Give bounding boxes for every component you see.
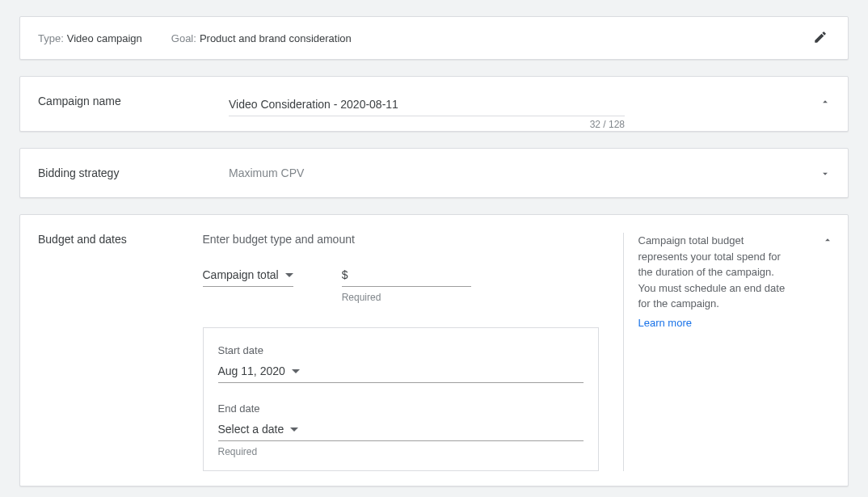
section-title: Bidding strategy — [20, 149, 229, 197]
budget-type-select[interactable]: Campaign total — [203, 268, 293, 287]
end-date-value: Select a date — [218, 423, 284, 436]
campaign-header-card: Type: Video campaign Goal: Product and b… — [19, 16, 849, 60]
start-date-label: Start date — [218, 344, 584, 356]
goal-label: Goal: — [171, 32, 196, 44]
bidding-value: Maximum CPV — [229, 166, 304, 179]
budget-help-panel: Campaign total budget represents your to… — [623, 233, 801, 471]
section-title: Budget and dates — [20, 215, 203, 263]
end-date-select[interactable]: Select a date — [218, 423, 584, 441]
end-date-label: End date — [218, 402, 584, 415]
end-date-required-text: Required — [218, 446, 584, 457]
expand-bidding-button[interactable] — [817, 166, 833, 183]
campaign-type: Type: Video campaign — [38, 32, 142, 44]
chevron-up-icon — [822, 234, 833, 248]
dropdown-icon — [292, 369, 300, 373]
budget-type-value: Campaign total — [203, 268, 279, 281]
campaign-goal: Goal: Product and brand consideration — [171, 32, 352, 44]
budget-caption: Enter budget type and amount — [203, 233, 623, 246]
chevron-down-icon — [820, 168, 831, 182]
pencil-icon — [813, 30, 828, 47]
campaign-name-input[interactable] — [229, 95, 625, 116]
campaign-name-card: Campaign name 32 / 128 — [19, 76, 849, 132]
collapse-campaign-name-button[interactable] — [817, 95, 833, 111]
budget-help-text: Campaign total budget represents your to… — [638, 233, 793, 312]
dropdown-icon — [290, 428, 298, 432]
amount-required-text: Required — [342, 292, 471, 303]
budget-amount-input[interactable] — [352, 268, 449, 281]
dates-box: Start date Aug 11, 2020 End date — [203, 327, 599, 471]
budget-dates-card: Budget and dates Enter budget type and a… — [19, 214, 849, 486]
start-date-select[interactable]: Aug 11, 2020 — [218, 364, 584, 383]
bidding-strategy-card[interactable]: Bidding strategy Maximum CPV — [19, 148, 849, 198]
currency-symbol: $ — [342, 268, 348, 281]
goal-value: Product and brand consideration — [200, 32, 352, 44]
collapse-budget-button[interactable] — [820, 233, 836, 249]
chevron-up-icon — [820, 96, 831, 110]
type-value: Video campaign — [67, 32, 142, 44]
edit-header-button[interactable] — [811, 28, 830, 48]
type-label: Type: — [38, 32, 64, 44]
learn-more-link[interactable]: Learn more — [638, 317, 692, 329]
start-date-value: Aug 11, 2020 — [218, 364, 285, 377]
char-count: 32 / 128 — [590, 119, 625, 130]
section-title: Campaign name — [20, 77, 229, 125]
dropdown-icon — [285, 273, 293, 277]
